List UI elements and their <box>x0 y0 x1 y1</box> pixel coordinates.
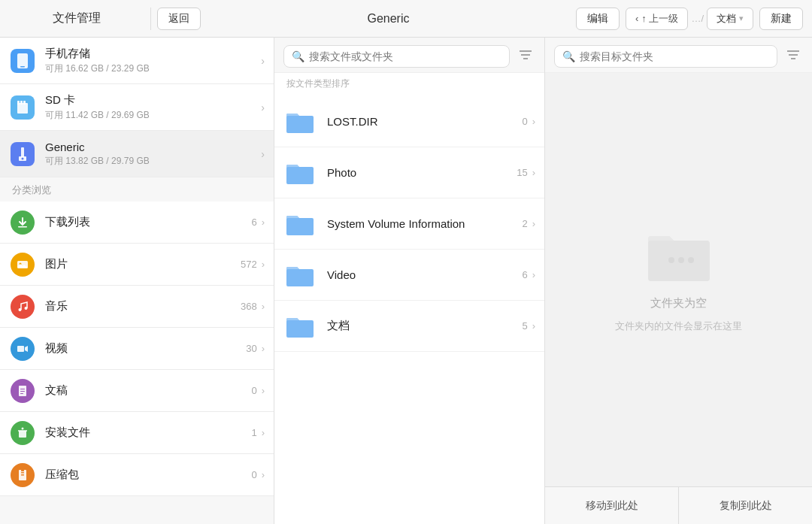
svg-rect-14 <box>17 346 24 352</box>
sd-icon <box>9 94 36 121</box>
music-count: 368 <box>241 301 257 312</box>
file-search-bar: 🔍 <box>274 38 544 73</box>
sidebar-item-video[interactable]: 视频 30 › <box>0 328 274 370</box>
photos-label: 图片 <box>45 257 241 271</box>
destination-panel: 🔍 文件夹为空 文件夹内的文件会显示在这里 <box>545 38 812 524</box>
svg-point-13 <box>25 307 28 310</box>
docs-icon <box>11 379 35 403</box>
sidebar-item-downloads[interactable]: 下载列表 6 › <box>0 201 274 244</box>
back-button[interactable]: 返回 <box>157 8 201 30</box>
sidebar: 手机存储 可用 16.62 GB / 23.29 GB › SD 卡 可用 1 <box>0 38 274 524</box>
folder-icon-lost <box>283 105 317 138</box>
docs-chevron: › <box>262 385 265 396</box>
svg-rect-4 <box>20 101 23 104</box>
file-panel: 🔍 按文件类型排序 LOS <box>274 38 545 524</box>
sd-chevron: › <box>261 101 265 114</box>
file-list: LOST.DIR 0 › Photo 15 › <box>274 96 544 524</box>
lost-dir-chevron: › <box>532 116 535 127</box>
move-here-button[interactable]: 移动到此处 <box>545 487 679 524</box>
file-item-wen档[interactable]: 文档 5 › <box>274 301 544 352</box>
svg-point-30 <box>668 257 674 263</box>
generic-sub: 可用 13.82 GB / 29.79 GB <box>45 155 261 168</box>
file-item-video[interactable]: Video 6 › <box>274 250 544 301</box>
zip-label: 压缩包 <box>45 468 251 482</box>
file-search-wrap[interactable]: 🔍 <box>283 45 510 68</box>
sidebar-item-sd[interactable]: SD 卡 可用 11.42 GB / 29.69 GB › <box>0 84 274 131</box>
svg-rect-22 <box>21 472 24 474</box>
svg-rect-9 <box>18 226 27 228</box>
svg-rect-18 <box>20 393 23 394</box>
video-folder-count: 6 <box>522 269 527 280</box>
sidebar-item-docs[interactable]: 文稿 0 › <box>0 370 274 412</box>
wendang-count: 5 <box>522 320 527 332</box>
copy-here-button[interactable]: 复制到此处 <box>679 487 812 524</box>
sidebar-item-zip[interactable]: 压缩包 0 › <box>0 454 274 496</box>
svg-rect-1 <box>20 66 25 68</box>
up-level-button[interactable]: ‹ ↑ 上一级 <box>626 8 688 30</box>
path-button[interactable]: 文档 ▾ <box>707 8 753 30</box>
generic-name: Generic <box>45 141 261 153</box>
usb-icon <box>9 141 36 168</box>
toolbar: 文件管理 返回 Generic 编辑 ‹ ↑ 上一级 …/ 文档 ▾ 新建 <box>0 0 812 38</box>
svg-rect-21 <box>21 470 24 471</box>
download-icon <box>11 211 35 235</box>
file-search-input[interactable] <box>309 50 501 62</box>
music-chevron: › <box>262 301 265 312</box>
file-item-lost-dir[interactable]: LOST.DIR 0 › <box>274 96 544 147</box>
svg-point-8 <box>22 157 24 159</box>
video-label: 视频 <box>45 341 246 356</box>
video-icon <box>11 337 35 361</box>
file-search-icon: 🔍 <box>292 50 304 62</box>
photos-icon <box>11 253 35 277</box>
docs-label: 文稿 <box>45 383 251 398</box>
folder-icon-wendang <box>283 310 317 343</box>
empty-folder-icon <box>645 227 713 287</box>
phone-icon <box>9 47 36 74</box>
sidebar-item-phone[interactable]: 手机存储 可用 16.62 GB / 23.29 GB › <box>0 38 274 84</box>
generic-chevron: › <box>261 148 265 160</box>
apk-icon <box>11 421 35 445</box>
sidebar-item-photos[interactable]: 图片 572 › <box>0 244 274 286</box>
file-item-svi[interactable]: System Volume Information 2 › <box>274 198 544 250</box>
sidebar-item-generic[interactable]: Generic 可用 13.82 GB / 29.79 GB › <box>0 131 274 177</box>
downloads-count: 6 <box>251 217 256 228</box>
sidebar-item-apk[interactable]: 安装文件 1 › <box>0 412 274 454</box>
sidebar-item-music[interactable]: 音乐 368 › <box>0 286 274 328</box>
video-chevron: › <box>262 343 265 354</box>
photo-count: 15 <box>517 167 527 178</box>
empty-state: 文件夹为空 文件夹内的文件会显示在这里 <box>545 73 812 486</box>
photos-chevron: › <box>262 259 265 270</box>
zip-chevron: › <box>262 469 265 480</box>
toolbar-divider <box>150 8 151 30</box>
folder-icon-photo <box>283 156 317 189</box>
video-count: 30 <box>246 343 256 354</box>
sort-label: 按文件类型排序 <box>274 73 544 96</box>
file-filter-button[interactable] <box>516 47 535 65</box>
lost-dir-name: LOST.DIR <box>327 115 522 128</box>
zip-count: 0 <box>251 469 256 480</box>
new-button[interactable]: 新建 <box>759 8 803 30</box>
music-label: 音乐 <box>45 299 241 313</box>
svi-name: System Volume Information <box>327 217 522 230</box>
dropdown-icon: ▾ <box>739 14 744 23</box>
dest-search-input[interactable] <box>580 50 769 62</box>
empty-title: 文件夹为空 <box>650 296 707 310</box>
sd-sub: 可用 11.42 GB / 29.69 GB <box>45 109 261 122</box>
category-section-label: 分类浏览 <box>0 177 274 201</box>
dest-search-wrap[interactable]: 🔍 <box>554 45 777 68</box>
phone-info: 手机存储 可用 16.62 GB / 23.29 GB <box>45 47 261 75</box>
dest-filter-button[interactable] <box>783 47 803 65</box>
edit-button[interactable]: 编辑 <box>576 8 620 30</box>
apk-label: 安装文件 <box>45 426 251 440</box>
zip-icon <box>11 463 35 487</box>
phone-name: 手机存储 <box>45 47 261 61</box>
generic-info: Generic 可用 13.82 GB / 29.79 GB <box>45 141 261 168</box>
dest-footer: 移动到此处 复制到此处 <box>545 486 812 524</box>
sd-info: SD 卡 可用 11.42 GB / 29.69 GB <box>45 93 261 122</box>
app-title: 文件管理 <box>9 11 144 26</box>
phone-chevron: › <box>261 55 265 67</box>
svg-point-32 <box>688 257 694 263</box>
folder-icon-svi <box>283 207 317 241</box>
file-item-photo[interactable]: Photo 15 › <box>274 147 544 198</box>
current-folder-title: Generic <box>207 12 570 26</box>
